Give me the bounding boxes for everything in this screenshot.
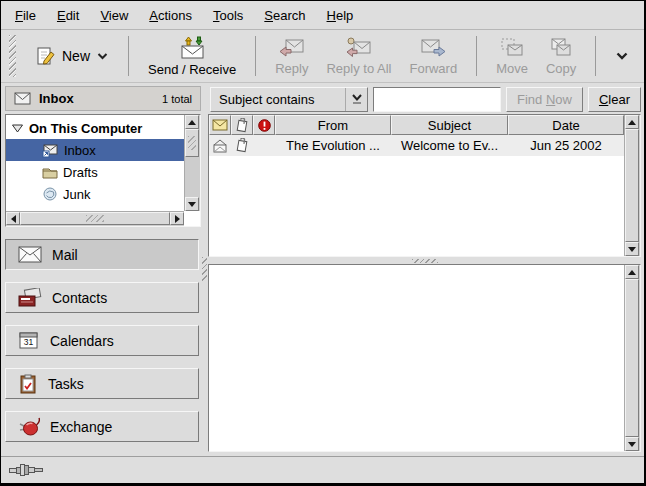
- preview-pane: [208, 264, 641, 452]
- scroll-up-button[interactable]: [625, 265, 639, 279]
- splitter-grip[interactable]: [202, 257, 207, 281]
- contacts-icon: [18, 288, 42, 307]
- toolbar-separator: [128, 36, 129, 76]
- switcher-contacts-button[interactable]: Contacts: [5, 282, 199, 313]
- forward-label: Forward: [409, 61, 457, 76]
- chevron-down-icon: [97, 53, 108, 60]
- scroll-up-button[interactable]: [185, 115, 199, 129]
- scroll-down-button[interactable]: [625, 437, 639, 451]
- column-from[interactable]: From: [275, 115, 391, 135]
- menu-edit[interactable]: Edit: [49, 4, 87, 27]
- mail-pane: Subject contains Find Now Clear: [208, 83, 644, 456]
- attachment-icon: [235, 118, 250, 133]
- online-status-connector-icon[interactable]: [9, 463, 43, 477]
- tree-item-drafts[interactable]: Drafts: [6, 161, 184, 183]
- search-criteria-select[interactable]: Subject contains: [210, 87, 368, 112]
- column-status[interactable]: [209, 115, 231, 135]
- evolution-window: File Edit View Actions Tools Search Help…: [0, 0, 646, 486]
- main-area: Inbox 1 total On This Computer: [1, 83, 644, 456]
- mail-envelope-icon: [14, 92, 31, 105]
- reply-to-all-button[interactable]: Reply to All: [317, 34, 400, 79]
- switcher-tasks-button[interactable]: Tasks: [5, 368, 199, 399]
- copy-button[interactable]: Copy: [537, 34, 585, 79]
- scrollbar-thumb[interactable]: [185, 129, 199, 157]
- preview-splitter[interactable]: [208, 257, 641, 264]
- copy-label: Copy: [546, 61, 576, 76]
- search-criteria-value: Subject contains: [219, 92, 314, 107]
- toolbar: New Send / Receive: [1, 30, 644, 83]
- menu-view[interactable]: View: [92, 4, 136, 27]
- attachment-icon: [235, 138, 250, 153]
- scrollbar-thumb[interactable]: [20, 212, 170, 225]
- switcher-label: Mail: [52, 247, 78, 263]
- envelope-closed-icon: [212, 119, 228, 131]
- pane-splitter[interactable]: [201, 83, 208, 456]
- reply-icon: [279, 37, 305, 58]
- tree-item-on-this-computer[interactable]: On This Computer: [6, 117, 184, 139]
- component-switcher: Mail Contacts: [5, 239, 201, 442]
- combo-arrow-icon: [345, 88, 367, 111]
- current-folder-title: Inbox: [39, 91, 74, 106]
- reply-label: Reply: [275, 61, 308, 76]
- menu-file[interactable]: File: [7, 4, 44, 27]
- envelope-open-icon: [212, 139, 228, 153]
- tree-item-junk[interactable]: Junk: [6, 183, 184, 205]
- scroll-down-button[interactable]: [625, 242, 639, 256]
- folder-tree-vscrollbar[interactable]: [184, 115, 200, 211]
- menu-search[interactable]: Search: [256, 4, 313, 27]
- reply-button[interactable]: Reply: [266, 34, 317, 79]
- message-list-vscrollbar[interactable]: [624, 115, 640, 256]
- mail-icon: [18, 246, 42, 263]
- message-list-header: From Subject Date: [209, 115, 624, 135]
- scroll-right-button[interactable]: [170, 212, 184, 225]
- statusbar: [1, 456, 644, 483]
- new-mail-icon: [35, 46, 55, 66]
- move-button[interactable]: Move: [487, 34, 537, 79]
- send-receive-button[interactable]: Send / Receive: [139, 33, 245, 80]
- reply-to-all-icon: [346, 37, 372, 58]
- toolbar-separator: [595, 36, 596, 76]
- tree-item-inbox[interactable]: Inbox: [6, 139, 184, 161]
- reply-to-all-label: Reply to All: [326, 61, 391, 76]
- move-icon: [500, 37, 524, 58]
- column-subject[interactable]: Subject: [391, 115, 508, 135]
- menu-tools[interactable]: Tools: [205, 4, 251, 27]
- switcher-mail-button[interactable]: Mail: [5, 239, 199, 270]
- tasks-icon: [18, 374, 38, 394]
- inbox-folder-icon: [42, 143, 59, 158]
- column-date[interactable]: Date: [508, 115, 624, 135]
- forward-button[interactable]: Forward: [400, 34, 466, 79]
- attachment-cell: [231, 138, 253, 153]
- preview-vscrollbar[interactable]: [624, 265, 640, 451]
- find-now-button[interactable]: Find Now: [506, 87, 583, 112]
- scrollbar-thumb[interactable]: [625, 279, 639, 437]
- message-row[interactable]: The Evolution ... Welcome to Ev... Jun 2…: [209, 135, 624, 156]
- folder-header: Inbox 1 total: [5, 86, 201, 111]
- switcher-calendars-button[interactable]: 31 Calendars: [5, 325, 199, 356]
- column-importance[interactable]: [253, 115, 275, 135]
- toolbar-grip[interactable]: [9, 35, 16, 77]
- new-button[interactable]: New: [25, 38, 118, 74]
- menu-help[interactable]: Help: [319, 4, 362, 27]
- clear-button[interactable]: Clear: [588, 87, 641, 112]
- scroll-up-button[interactable]: [625, 115, 639, 129]
- switcher-label: Exchange: [50, 419, 112, 435]
- message-subject: Welcome to Ev...: [391, 138, 508, 153]
- calendar-icon: 31: [18, 331, 40, 350]
- toolbar-overflow-button[interactable]: [610, 48, 634, 64]
- junk-icon: [42, 187, 58, 201]
- splitter-grip[interactable]: [412, 259, 438, 263]
- tree-item-label: Inbox: [64, 143, 96, 158]
- switcher-exchange-button[interactable]: Exchange: [5, 411, 199, 442]
- scrollbar-thumb[interactable]: [625, 129, 639, 242]
- folder-pane: Inbox 1 total On This Computer: [1, 83, 201, 456]
- scroll-left-button[interactable]: [6, 212, 20, 225]
- new-button-label: New: [62, 48, 90, 64]
- menu-actions[interactable]: Actions: [141, 4, 200, 27]
- expander-open-icon[interactable]: [11, 123, 24, 134]
- scroll-down-button[interactable]: [185, 197, 199, 211]
- column-attachment[interactable]: [231, 115, 253, 135]
- folder-tree-hscrollbar[interactable]: [6, 211, 184, 226]
- folder-message-count: 1 total: [162, 93, 192, 105]
- search-input[interactable]: [373, 87, 501, 112]
